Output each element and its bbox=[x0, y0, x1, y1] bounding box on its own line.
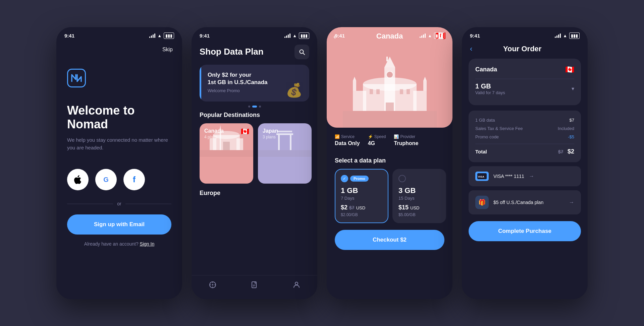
tax-label: Sales Tax & Service Fee bbox=[475, 126, 523, 131]
canada-parliament-svg bbox=[343, 54, 437, 128]
svg-rect-13 bbox=[290, 135, 291, 150]
or-text: or bbox=[117, 201, 121, 206]
plan-1gb[interactable]: ✓ Promo 1 GB 7 Days $2 $7 USD $2.00/GB bbox=[335, 169, 388, 223]
data-price: $7 bbox=[570, 118, 574, 123]
status-time-1: 9:41 bbox=[64, 33, 74, 39]
signup-email-button[interactable]: Sign up with Email bbox=[67, 214, 171, 235]
status-icons-4: ▲ ▮▮▮ bbox=[555, 32, 580, 39]
google-signin-button[interactable]: G bbox=[95, 169, 117, 190]
wifi-icon-3: ▲ bbox=[428, 33, 432, 38]
data-label: 1 GB data bbox=[475, 118, 495, 123]
canada-card-plans: 4 plans bbox=[204, 135, 217, 139]
nav-esim[interactable] bbox=[251, 281, 259, 291]
screens-container: 9:41 ▲ ▮▮▮ Skip Welco bbox=[56, 27, 588, 299]
promo-accent-bar bbox=[200, 65, 201, 102]
total-prices: $7 $2 bbox=[558, 148, 574, 155]
plan2-circle bbox=[398, 175, 406, 182]
order-country-name: Canada bbox=[475, 66, 497, 73]
plan1-price: $2 $7 USD bbox=[341, 204, 382, 211]
svg-point-29 bbox=[386, 71, 393, 78]
svg-text:VISA: VISA bbox=[478, 175, 484, 178]
signin-link[interactable]: Sign In bbox=[140, 241, 155, 247]
speed-icon: ⚡ bbox=[368, 134, 373, 139]
apple-signin-button[interactable] bbox=[67, 169, 89, 190]
bottom-nav bbox=[192, 275, 317, 299]
plan2-days: 15 Days bbox=[398, 196, 440, 201]
checkout-button[interactable]: Checkout $2 bbox=[335, 230, 444, 250]
screen-order: 9:41 ▲ ▮▮▮ ‹ Your Order Canada 🇨🇦 bbox=[462, 27, 588, 299]
status-time-2: 9:41 bbox=[200, 33, 210, 39]
plan1-check: ✓ bbox=[341, 175, 348, 182]
visa-card-icon: VISA bbox=[475, 172, 489, 181]
promo-row-label: $5 off U.S./Canada plan bbox=[493, 200, 564, 205]
promo-banner[interactable]: Only $2 for your1st GB in U.S./Canada We… bbox=[200, 65, 309, 102]
svg-rect-10 bbox=[276, 133, 293, 135]
svg-point-16 bbox=[212, 284, 213, 285]
destination-japan[interactable]: Japan 3 plans bbox=[258, 123, 312, 184]
gift-icon: 🎁 bbox=[475, 196, 489, 209]
order-title: Your Order bbox=[478, 45, 567, 53]
svg-rect-11 bbox=[277, 131, 292, 132]
status-bar-3: 9:41 ▲ ▮▮▮ bbox=[327, 27, 452, 42]
svg-rect-12 bbox=[278, 135, 280, 150]
order-country-flag: 🇨🇦 bbox=[565, 65, 574, 74]
plan2-per-gb: $5.00/GB bbox=[398, 212, 440, 217]
back-button-4[interactable]: ‹ bbox=[470, 45, 472, 53]
svg-point-25 bbox=[295, 282, 298, 285]
plans-row: ✓ Promo 1 GB 7 Days $2 $7 USD $2.00/GB 3… bbox=[327, 169, 452, 223]
price-row-data: 1 GB data $7 bbox=[475, 116, 574, 124]
social-buttons: G f bbox=[67, 169, 171, 190]
plan-3gb[interactable]: 3 GB 15 Days $15 USD $5.00/GB bbox=[392, 169, 446, 223]
welcome-title: Welcome toNomad bbox=[67, 104, 171, 131]
popular-section-title: Popular Destinations bbox=[200, 112, 309, 119]
info-row: 📶 Service Data Only ⚡ Speed 4G 📊 Provide… bbox=[335, 134, 444, 146]
speed-value: 4G bbox=[368, 140, 386, 146]
speed-label: ⚡ Speed bbox=[368, 134, 386, 139]
svg-rect-39 bbox=[376, 89, 380, 94]
svg-rect-34 bbox=[353, 81, 356, 91]
facebook-signin-button[interactable]: f bbox=[123, 169, 145, 190]
status-icons-1: ▲ ▮▮▮ bbox=[149, 32, 174, 39]
plan1-promo-tag: Promo bbox=[350, 176, 369, 182]
order-plan-row[interactable]: 1 GB Valid for 7 days ▾ bbox=[475, 79, 574, 99]
japan-card-plans: 3 plans bbox=[263, 135, 276, 139]
battery-icon-1: ▮▮▮ bbox=[164, 32, 174, 39]
svg-rect-41 bbox=[407, 89, 410, 94]
complete-purchase-button[interactable]: Complete Purchase bbox=[469, 221, 581, 241]
promo-code-value: -$5 bbox=[568, 134, 574, 139]
carousel-dot-1 bbox=[248, 106, 250, 108]
total-label: Total bbox=[475, 149, 487, 154]
status-time-4: 9:41 bbox=[470, 33, 480, 39]
svg-rect-9 bbox=[200, 150, 253, 157]
provider-icon: 📊 bbox=[394, 134, 399, 139]
plan1-days: 7 Days bbox=[341, 196, 382, 201]
carousel-dots bbox=[192, 106, 317, 108]
price-breakdown: 1 GB data $7 Sales Tax & Service Fee Inc… bbox=[469, 111, 581, 162]
skip-button[interactable]: Skip bbox=[162, 47, 173, 53]
plan1-gb: 1 GB bbox=[341, 186, 382, 195]
svg-marker-37 bbox=[423, 77, 427, 81]
svg-rect-33 bbox=[413, 91, 427, 111]
promo-arrow-icon: → bbox=[569, 199, 574, 205]
battery-icon-2: ▮▮▮ bbox=[299, 32, 309, 39]
carousel-dot-2 bbox=[252, 106, 257, 108]
order-header: ‹ Your Order bbox=[462, 42, 588, 59]
promo-code-row[interactable]: 🎁 $5 off U.S./Canada plan → bbox=[469, 190, 581, 214]
svg-rect-38 bbox=[370, 89, 373, 94]
total-original: $7 bbox=[558, 149, 564, 154]
service-icon: 📶 bbox=[335, 134, 340, 139]
tax-value: Included bbox=[558, 126, 574, 131]
payment-method[interactable]: VISA VISA **** 1111 → bbox=[469, 166, 581, 186]
svg-rect-6 bbox=[236, 138, 243, 150]
payment-card-label: VISA **** 1111 bbox=[493, 174, 524, 179]
svg-marker-35 bbox=[353, 77, 356, 81]
status-bar-2: 9:41 ▲ ▮▮▮ bbox=[192, 27, 317, 42]
already-account-text: Already have an account? Sign In bbox=[67, 241, 171, 247]
svg-rect-40 bbox=[400, 89, 403, 94]
search-button[interactable] bbox=[294, 45, 309, 59]
destination-canada[interactable]: Canada 4 plans 🇨🇦 bbox=[200, 123, 253, 184]
nav-explore[interactable] bbox=[209, 281, 217, 291]
svg-rect-42 bbox=[386, 103, 394, 111]
status-icons-2: ▲ ▮▮▮ bbox=[284, 32, 309, 39]
nav-profile[interactable] bbox=[292, 281, 301, 291]
